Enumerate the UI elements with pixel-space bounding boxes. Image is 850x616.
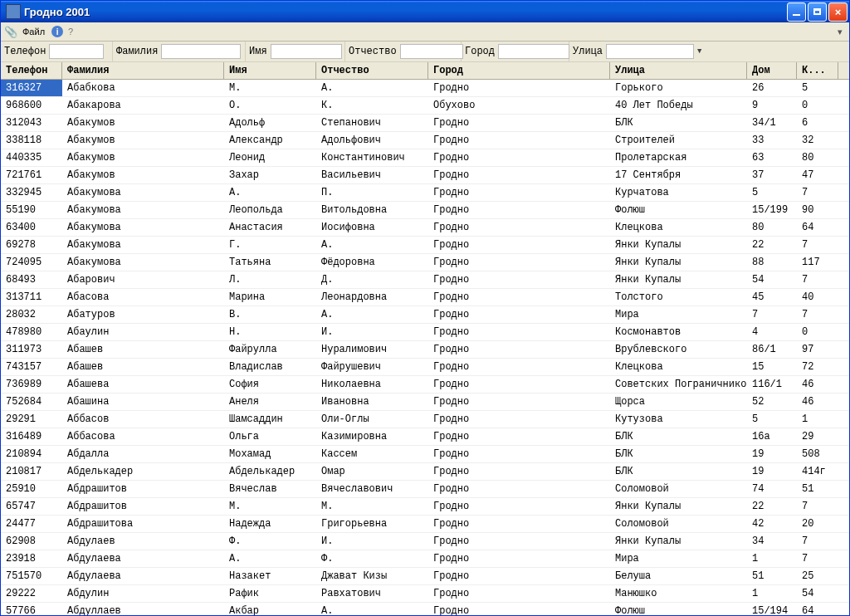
- cell: Абделькадер: [62, 463, 224, 480]
- cell: Гродно: [428, 376, 610, 393]
- filter-street-input[interactable]: [606, 44, 694, 59]
- table-row[interactable]: 210817АбделькадерАбделькадерОмарГродноБЛ…: [1, 463, 849, 481]
- cell: И.: [316, 324, 428, 340]
- cell: Абашев: [62, 341, 224, 358]
- cell: София: [224, 376, 316, 393]
- cell: А.: [316, 603, 428, 615]
- cell: Гродно: [428, 289, 610, 306]
- maximize-button[interactable]: [808, 2, 827, 22]
- table-row[interactable]: 23918АбдулаеваА.Ф.ГродноМира17: [1, 550, 849, 568]
- info-icon[interactable]: i: [51, 26, 63, 37]
- filter-phone-input[interactable]: [49, 44, 104, 59]
- cell: Абабкова: [62, 80, 224, 96]
- cell: Абакумов: [62, 132, 224, 149]
- cell: Гродно: [428, 254, 610, 271]
- cell: Соломовой: [610, 481, 747, 497]
- title-bar[interactable]: Гродно 2001 ×: [1, 1, 849, 22]
- table-row[interactable]: 29291АббасовШамсаддинОли-ОглыГродноКутуз…: [1, 411, 849, 428]
- table-row[interactable]: 316489АббасоваОльгаКазимировнаГродноБЛК1…: [1, 428, 849, 446]
- cell: Абашева: [62, 376, 224, 393]
- chevron-down-icon[interactable]: ▼: [697, 47, 701, 56]
- attachment-icon[interactable]: 📎: [4, 26, 17, 38]
- col-patronymic[interactable]: Отчество: [316, 62, 428, 79]
- table-row[interactable]: 332945АбакумоваА.П.ГродноКурчатова57: [1, 184, 849, 202]
- cell: Янки Купалы: [610, 498, 747, 515]
- cell: 45: [747, 289, 797, 306]
- table-row[interactable]: 29222АбдулинРафикРавхатовичГродноМанюшко…: [1, 585, 849, 603]
- cell: Оли-Оглы: [316, 411, 428, 428]
- cell: М.: [224, 498, 316, 515]
- table-row[interactable]: 210894АбдаллаМохамадКассемГродноБЛК19508: [1, 446, 849, 463]
- cell: Абакумов: [62, 115, 224, 131]
- cell: 210817: [1, 463, 62, 480]
- cell: 62908: [1, 533, 62, 550]
- cell: 15/194: [747, 603, 797, 615]
- col-apt[interactable]: К...: [797, 62, 838, 79]
- table-row[interactable]: 736989АбашеваСофияНиколаевнаГродноСоветс…: [1, 376, 849, 394]
- table-row[interactable]: 968600АбакароваО.К.Обухово40 Лет Победы9…: [1, 97, 849, 115]
- cell: Ф.: [224, 533, 316, 550]
- cell: А.: [316, 237, 428, 253]
- filter-patronymic-input[interactable]: [400, 44, 463, 59]
- cell: Равхатович: [316, 585, 428, 602]
- cell: 63400: [1, 219, 62, 236]
- col-city[interactable]: Город: [428, 62, 610, 79]
- cell: Вячеслав: [224, 481, 316, 497]
- cell: 24477: [1, 516, 62, 532]
- filter-lastname-input[interactable]: [161, 44, 241, 59]
- col-firstname[interactable]: Имя: [224, 62, 316, 79]
- table-row[interactable]: 25910АбдрашитовВячеславВячеславовичГродн…: [1, 481, 849, 498]
- filter-city-label: Город: [465, 46, 495, 57]
- cell: 7: [797, 498, 838, 515]
- cell: Назакет: [224, 568, 316, 584]
- cell: Абасова: [62, 289, 224, 306]
- cell: Гродно: [428, 132, 610, 149]
- help-menu[interactable]: ?: [68, 27, 73, 37]
- col-lastname[interactable]: Фамилия: [62, 62, 224, 79]
- table-row[interactable]: 478980АбаулинН.И.ГродноКосмонавтов40: [1, 324, 849, 341]
- cell: Гродно: [428, 585, 610, 602]
- table-row[interactable]: 63400АбакумоваАнастасияИосифовнаГродноКл…: [1, 219, 849, 237]
- table-body[interactable]: 316327АбабковаМ.А.ГродноГорького26596860…: [1, 80, 849, 615]
- table-row[interactable]: 440335АбакумовЛеонидКонстантиновичГродно…: [1, 149, 849, 167]
- cell: Обухово: [428, 97, 610, 114]
- cell: Гродно: [428, 481, 610, 497]
- cell: 5: [747, 184, 797, 201]
- table-row[interactable]: 752684АбашинаАнеляИвановнаГродноЩорса524…: [1, 394, 849, 411]
- cell: Л.: [224, 271, 316, 288]
- col-street[interactable]: Улица: [610, 62, 747, 79]
- cell: БЛК: [610, 463, 747, 480]
- toolbar-overflow-icon[interactable]: ▾: [838, 27, 843, 37]
- table-row[interactable]: 338118АбакумовАлександрАдольфовичГродноС…: [1, 132, 849, 149]
- col-phone[interactable]: Телефон: [1, 62, 62, 79]
- table-row[interactable]: 743157АбашевВладиславФайрушевичГродноКле…: [1, 359, 849, 376]
- col-house[interactable]: Дом: [747, 62, 797, 79]
- table-row[interactable]: 751570АбдулаеваНазакетДжават КизыГродноБ…: [1, 568, 849, 585]
- filter-firstname-input[interactable]: [271, 44, 342, 59]
- minimize-button[interactable]: [787, 2, 806, 22]
- table-row[interactable]: 312043АбакумовАдольфСтепановичГродноБЛК3…: [1, 115, 849, 132]
- table-row[interactable]: 68493АбаровичЛ.Д.ГродноЯнки Купалы547: [1, 271, 849, 289]
- table-row[interactable]: 316327АбабковаМ.А.ГродноГорького265: [1, 80, 849, 97]
- table-row[interactable]: 65747АбдрашитовМ.М.ГродноЯнки Купалы227: [1, 498, 849, 516]
- filter-city-input[interactable]: [498, 44, 569, 59]
- table-row[interactable]: 311973АбашевФайруллаНуралимовичГродноВру…: [1, 341, 849, 359]
- cell: Кассем: [316, 446, 428, 462]
- table-row[interactable]: 62908АбдулаевФ.И.ГродноЯнки Купалы347: [1, 533, 849, 550]
- table-row[interactable]: 313711АбасоваМаринаЛеонардовнаГродноТолс…: [1, 289, 849, 306]
- cell: 29222: [1, 585, 62, 602]
- file-menu[interactable]: Файл: [22, 27, 45, 37]
- cell: 88: [747, 254, 797, 271]
- table-row[interactable]: 28032АбатуровВ.А.ГродноМира77: [1, 306, 849, 324]
- cell: Гродно: [428, 202, 610, 218]
- table-row[interactable]: 55190АбакумоваЛеопольдаВитольдовнаГродно…: [1, 202, 849, 219]
- cell: Курчатова: [610, 184, 747, 201]
- table-row[interactable]: 69278АбакумоваГ.А.ГродноЯнки Купалы227: [1, 237, 849, 254]
- table-row[interactable]: 24477АбдрашитоваНадеждаГригорьевнаГродно…: [1, 516, 849, 533]
- close-button[interactable]: ×: [828, 2, 848, 22]
- table-row[interactable]: 57766АбдуллаевАкбарА.ГродноФолюш15/19464: [1, 603, 849, 615]
- table-row[interactable]: 721761АбакумовЗахарВасильевичГродно17 Се…: [1, 167, 849, 184]
- cell: Абдулаев: [62, 533, 224, 550]
- table-row[interactable]: 724095АбакумоваТатьянаФёдоровнаГродноЯнк…: [1, 254, 849, 271]
- cell: 97: [797, 341, 838, 358]
